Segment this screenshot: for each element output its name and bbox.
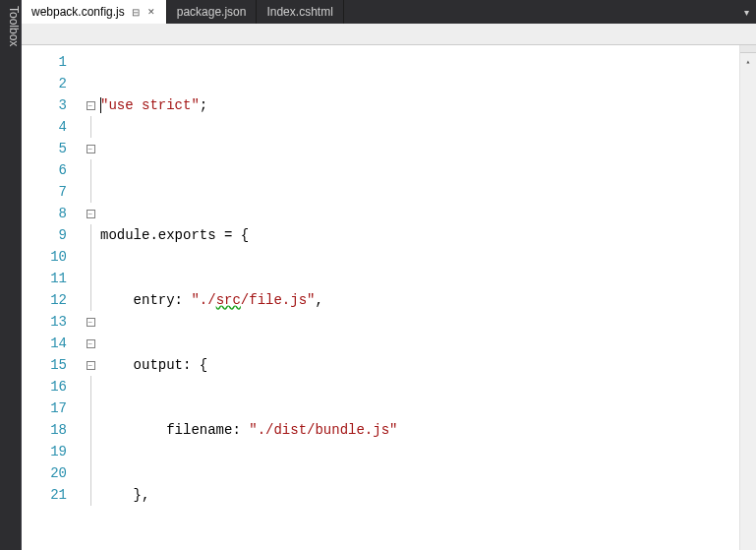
vertical-scrollbar[interactable]: ▴: [739, 45, 756, 550]
fold-cell[interactable]: [81, 116, 100, 138]
split-handle[interactable]: [740, 45, 756, 53]
code-editor[interactable]: 123456789101112131415161718192021 −−−−−−…: [22, 45, 756, 550]
toolbox-panel[interactable]: Toolbox: [0, 0, 22, 550]
code-line: },: [100, 484, 739, 506]
line-number: 17: [22, 397, 67, 419]
line-number: 19: [22, 441, 67, 462]
code-line: module.exports = {: [100, 224, 739, 246]
tab-bar: webpack.config.js package.json Index.csh…: [22, 0, 756, 24]
code-line: entry: "./src/file.js",: [100, 289, 739, 311]
fold-collapse-icon[interactable]: −: [87, 339, 95, 348]
fold-cell[interactable]: [81, 224, 100, 246]
fold-cell[interactable]: [81, 73, 100, 94]
code-area[interactable]: "use strict"; module.exports = { entry: …: [100, 45, 739, 550]
tab-label: Index.cshtml: [266, 5, 332, 19]
fold-cell[interactable]: [81, 419, 100, 441]
line-number: 1: [22, 51, 67, 73]
line-number: 9: [22, 224, 67, 246]
line-number: 6: [22, 159, 67, 181]
line-number: 18: [22, 419, 67, 441]
fold-collapse-icon[interactable]: −: [87, 101, 95, 110]
line-number: 7: [22, 181, 67, 203]
code-line: "use strict";: [100, 94, 739, 116]
line-number: 16: [22, 376, 67, 397]
fold-cell[interactable]: [81, 441, 100, 462]
fold-cell[interactable]: −: [81, 203, 100, 224]
fold-cell[interactable]: −: [81, 138, 100, 159]
fold-cell[interactable]: [81, 376, 100, 397]
fold-collapse-icon[interactable]: −: [87, 145, 95, 153]
navigation-bar[interactable]: [22, 24, 756, 45]
fold-cell[interactable]: −: [81, 333, 100, 354]
fold-cell[interactable]: [81, 397, 100, 419]
line-number: 20: [22, 462, 67, 484]
fold-gutter[interactable]: −−−−−−: [81, 45, 100, 550]
line-number: 12: [22, 289, 67, 311]
line-number-gutter: 123456789101112131415161718192021: [22, 45, 81, 550]
fold-collapse-icon[interactable]: −: [87, 318, 95, 327]
pin-icon[interactable]: [131, 7, 141, 17]
line-number: 14: [22, 333, 67, 354]
close-icon[interactable]: [146, 7, 156, 17]
fold-cell[interactable]: [81, 484, 100, 506]
tab-package-json[interactable]: package.json: [167, 0, 258, 24]
tab-index-cshtml[interactable]: Index.cshtml: [257, 0, 343, 24]
line-number: 4: [22, 116, 67, 138]
fold-collapse-icon[interactable]: −: [87, 210, 95, 218]
code-line: [100, 159, 739, 181]
fold-cell[interactable]: [81, 268, 100, 289]
fold-collapse-icon[interactable]: −: [87, 361, 95, 370]
code-line: filename: "./dist/bundle.js": [100, 419, 739, 441]
tab-bar-spacer: [344, 0, 736, 24]
line-number: 8: [22, 203, 67, 224]
fold-cell[interactable]: −: [81, 94, 100, 116]
fold-cell[interactable]: [81, 246, 100, 268]
tab-label: webpack.config.js: [31, 5, 125, 19]
line-number: 13: [22, 311, 67, 333]
fold-cell[interactable]: [81, 181, 100, 203]
fold-cell[interactable]: −: [81, 311, 100, 333]
fold-cell[interactable]: −: [81, 354, 100, 376]
line-number: 5: [22, 138, 67, 159]
fold-cell[interactable]: [81, 159, 100, 181]
tab-label: package.json: [177, 5, 247, 19]
fold-cell[interactable]: [81, 289, 100, 311]
fold-cell[interactable]: [81, 462, 100, 484]
code-line: output: {: [100, 354, 739, 376]
scroll-up-icon[interactable]: ▴: [740, 53, 756, 70]
line-number: 21: [22, 484, 67, 506]
line-number: 15: [22, 354, 67, 376]
main-area: webpack.config.js package.json Index.csh…: [22, 0, 756, 550]
tab-webpack-config[interactable]: webpack.config.js: [22, 0, 167, 24]
tab-dropdown-icon[interactable]: [736, 0, 756, 24]
line-number: 10: [22, 246, 67, 268]
line-number: 11: [22, 268, 67, 289]
fold-cell[interactable]: [81, 51, 100, 73]
line-number: 2: [22, 73, 67, 94]
toolbox-label: Toolbox: [7, 6, 21, 46]
line-number: 3: [22, 94, 67, 116]
